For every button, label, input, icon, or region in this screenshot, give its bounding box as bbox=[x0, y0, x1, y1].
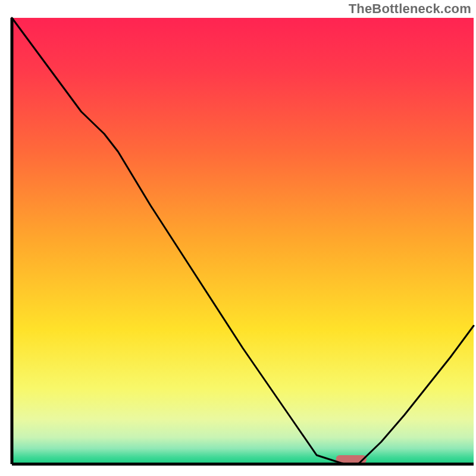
plot-area bbox=[12, 18, 474, 464]
gradient-background bbox=[12, 18, 474, 464]
chart-container: { "watermark": "TheBottleneck.com", "cha… bbox=[0, 0, 476, 476]
watermark-text: TheBottleneck.com bbox=[349, 1, 471, 17]
bottleneck-curve-chart bbox=[0, 0, 476, 476]
